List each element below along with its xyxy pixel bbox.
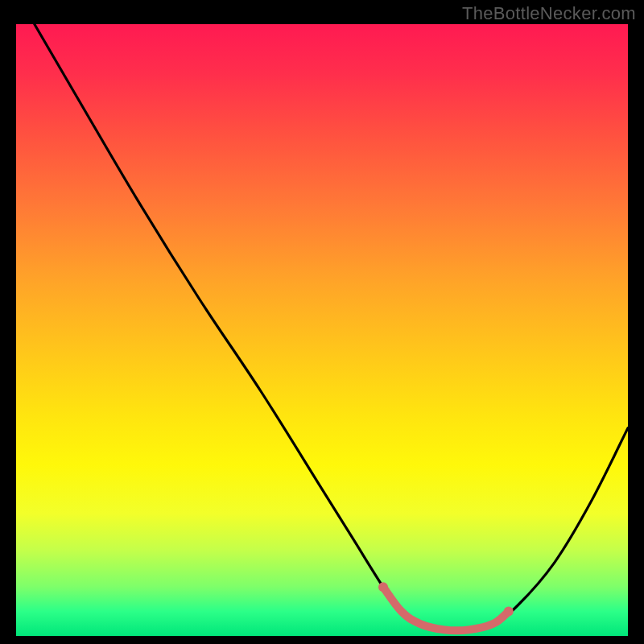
bottleneck-curve: [35, 24, 628, 630]
plot-area: [16, 24, 628, 636]
watermark-text: TheBottleNecker.com: [462, 3, 636, 24]
optimal-range-start-dot: [378, 582, 388, 592]
optimal-range-end-dot: [504, 607, 514, 617]
chart-svg: [16, 24, 628, 636]
optimal-range-marker: [383, 587, 509, 630]
